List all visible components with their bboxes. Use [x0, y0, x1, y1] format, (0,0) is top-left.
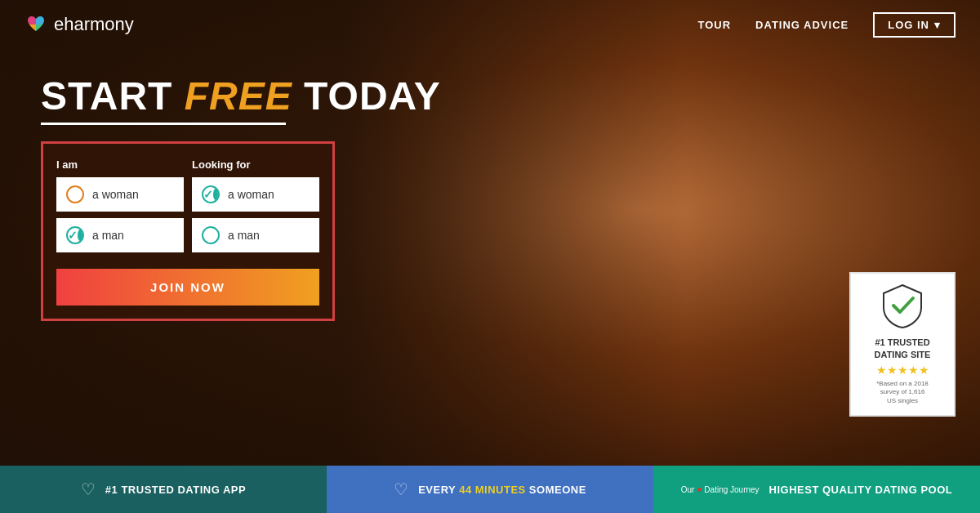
lf-man-option[interactable]: a man — [192, 218, 319, 252]
bottom-text-3: HIGHEST QUALITY DATING POOL — [769, 484, 953, 496]
svg-rect-2 — [28, 25, 36, 33]
lf-woman-radio[interactable]: ✓ — [202, 185, 220, 203]
chevron-down-icon: ▾ — [934, 19, 941, 31]
lf-man-label: a man — [228, 229, 260, 242]
bottom-text-2: EVERY 44 MINUTES SOMEONE — [418, 484, 586, 496]
headline: START free TODAY — [41, 74, 441, 118]
bottom-bar: ♡ #1 TRUSTED DATING APP ♡ EVERY 44 MINUT… — [0, 466, 980, 513]
iam-man-option[interactable]: ✓ a man — [56, 218, 184, 252]
heart-red-icon: ♥ — [697, 485, 702, 494]
looking-for-column: Looking for ✓ a woman a man — [192, 158, 319, 259]
hero-section: eharmony TOUR DATING ADVICE LOG IN ▾ STA… — [0, 0, 980, 466]
i-am-label: I am — [56, 158, 184, 171]
iam-woman-option[interactable]: a woman — [56, 177, 184, 212]
dating-journey-badge: Our ♥ Dating Journey — [681, 485, 760, 494]
logo-text: eharmony — [54, 14, 134, 35]
badge-title: #1 TRUSTEDDATING SITE — [861, 337, 944, 360]
heart-icon-1: ♡ — [81, 480, 96, 499]
lf-woman-label: a woman — [228, 188, 274, 201]
looking-for-label: Looking for — [192, 158, 319, 171]
tour-link[interactable]: TOUR — [697, 19, 731, 31]
iam-man-label: a man — [92, 229, 124, 242]
hero-content: START free TODAY I am a woman ✓ — [41, 74, 441, 321]
check-icon: ✓ — [68, 229, 78, 242]
bottom-text-1: #1 TRUSTED DATING APP — [105, 484, 246, 496]
nav-links: TOUR DATING ADVICE LOG IN ▾ — [697, 12, 956, 38]
our-dating-label: Our ♥ Dating Journey — [681, 485, 760, 494]
signup-form: I am a woman ✓ a man — [41, 141, 335, 321]
heart-icon-2: ♡ — [394, 480, 408, 499]
iam-woman-label: a woman — [92, 188, 139, 201]
check-icon: ✓ — [203, 188, 213, 201]
bottom-highest-quality: Our ♥ Dating Journey HIGHEST QUALITY DAT… — [653, 466, 980, 513]
trusted-badge: #1 TRUSTEDDATING SITE ★★★★★ *Based on a … — [849, 272, 956, 417]
navbar: eharmony TOUR DATING ADVICE LOG IN ▾ — [0, 0, 980, 49]
iam-woman-radio[interactable] — [66, 185, 84, 203]
shield-icon — [882, 283, 923, 328]
headline-underline — [41, 123, 286, 125]
svg-rect-0 — [28, 16, 36, 25]
svg-rect-3 — [36, 25, 44, 33]
login-button[interactable]: LOG IN ▾ — [873, 12, 956, 38]
iam-man-radio[interactable]: ✓ — [66, 226, 84, 244]
form-columns: I am a woman ✓ a man — [56, 158, 319, 259]
lf-man-radio[interactable] — [202, 226, 220, 244]
svg-rect-1 — [36, 16, 44, 25]
badge-stars: ★★★★★ — [861, 364, 944, 377]
lf-woman-option[interactable]: ✓ a woman — [192, 177, 319, 212]
dating-advice-link[interactable]: DATING ADVICE — [755, 19, 849, 31]
logo-icon — [24, 13, 47, 36]
badge-note: *Based on a 2018survey of 1,616US single… — [861, 380, 944, 405]
join-now-button[interactable]: JOIN NOW — [56, 269, 319, 306]
i-am-column: I am a woman ✓ a man — [56, 158, 184, 259]
bottom-trusted-app: ♡ #1 TRUSTED DATING APP — [0, 466, 327, 513]
logo[interactable]: eharmony — [24, 13, 134, 36]
bottom-every-minutes: ♡ EVERY 44 MINUTES SOMEONE — [327, 466, 653, 513]
